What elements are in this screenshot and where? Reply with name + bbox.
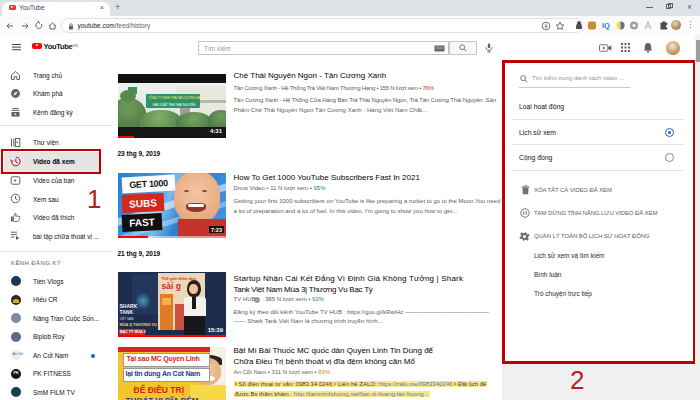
svg-text:IQ: IQ bbox=[602, 21, 610, 30]
